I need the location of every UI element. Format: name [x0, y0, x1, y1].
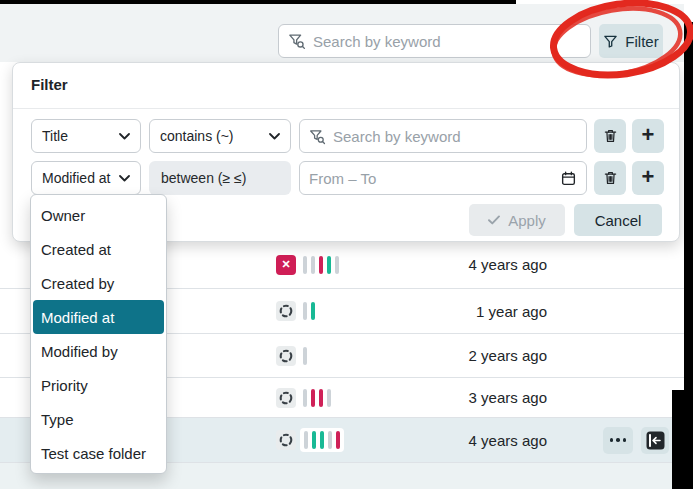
field-dropdown-menu: OwnerCreated atCreated byModified atModi…: [30, 194, 167, 474]
plus-icon: +: [642, 124, 655, 146]
result-bar-teal: [327, 256, 331, 274]
result-bar-crimson: [319, 389, 323, 407]
filter-search-icon: [309, 128, 326, 145]
result-bar-gray: [303, 256, 307, 274]
result-history-bars: [303, 389, 331, 407]
screenshot-edge-right: [672, 390, 693, 489]
add-filter-row-button[interactable]: +: [632, 161, 664, 195]
result-bar-gray: [303, 389, 307, 407]
delete-filter-row-button[interactable]: [594, 161, 626, 195]
dropdown-item-owner[interactable]: Owner: [31, 198, 166, 232]
add-filter-row-button[interactable]: +: [632, 119, 664, 153]
date-range-input-wrap[interactable]: [299, 161, 587, 195]
keyword-value-input[interactable]: [333, 128, 577, 145]
keyword-value-input-wrap[interactable]: [299, 119, 587, 153]
dropdown-item-type[interactable]: Type: [31, 402, 166, 436]
result-bar-gray: [335, 256, 339, 274]
field-select-modified-at-value: Modified at: [42, 170, 110, 186]
row-more-actions-button[interactable]: [603, 427, 633, 454]
chevron-down-icon: [269, 133, 280, 140]
filter-button-label: Filter: [625, 33, 658, 50]
filter-search-icon: [288, 32, 306, 50]
chevron-down-icon: [119, 133, 130, 140]
dropdown-item-created-at[interactable]: Created at: [31, 232, 166, 266]
cancel-button-label: Cancel: [595, 212, 642, 229]
funnel-icon: [603, 34, 618, 49]
open-detail-panel-button[interactable]: [641, 427, 669, 454]
modified-timestamp: 1 year ago: [476, 303, 547, 320]
apply-button-label: Apply: [508, 212, 546, 229]
date-range-input[interactable]: [309, 170, 553, 187]
dropdown-item-priority[interactable]: Priority: [31, 368, 166, 402]
result-bar-gray: [311, 256, 315, 274]
dropdown-item-created-by[interactable]: Created by: [31, 266, 166, 300]
filter-button[interactable]: Filter: [599, 24, 663, 58]
result-history-bars: [303, 347, 307, 365]
filter-panel-title: Filter: [31, 76, 68, 93]
status-failed-icon: ✕: [276, 255, 296, 275]
result-history-bars: [303, 256, 339, 274]
trash-icon: [603, 170, 618, 186]
check-icon: [488, 215, 500, 225]
chevron-down-icon: [119, 175, 130, 182]
field-select-modified-at[interactable]: Modified at: [31, 161, 141, 195]
apply-button[interactable]: Apply: [469, 204, 565, 236]
row-actions: [603, 427, 669, 454]
result-bar-crimson: [336, 431, 340, 449]
modified-timestamp: 2 years ago: [469, 347, 547, 364]
table-toolbar: Filter: [0, 4, 684, 62]
cancel-button[interactable]: Cancel: [574, 204, 662, 236]
plus-icon: +: [642, 166, 655, 188]
trash-icon: [603, 128, 618, 144]
result-bar-crimson: [319, 256, 323, 274]
screenshot-edge-right: [684, 22, 693, 390]
result-bar-gray: [303, 302, 307, 320]
ellipsis-icon: [610, 438, 614, 442]
result-bar-gray: [328, 431, 332, 449]
result-bar-gray: [327, 389, 331, 407]
result-bar-gray: [303, 347, 307, 365]
field-select-title[interactable]: Title: [31, 119, 141, 153]
operator-select-contains[interactable]: contains (~): [149, 119, 291, 153]
status-unexecuted-icon: [276, 388, 296, 408]
calendar-icon: [560, 170, 577, 187]
keyword-search-input[interactable]: [313, 33, 590, 50]
result-bar-teal: [312, 431, 316, 449]
open-panel-icon: [646, 431, 665, 450]
result-history-bars: [303, 302, 315, 320]
result-bar-teal: [311, 302, 315, 320]
status-unexecuted-icon: [276, 430, 296, 450]
modified-timestamp: 3 years ago: [469, 389, 547, 406]
dropdown-item-modified-at[interactable]: Modified at: [33, 300, 164, 334]
modified-timestamp: 4 years ago: [469, 432, 547, 449]
result-bar-teal: [320, 431, 324, 449]
result-bar-crimson: [311, 389, 315, 407]
modified-timestamp: 4 years ago: [469, 256, 547, 273]
operator-select-contains-value: contains (~): [160, 128, 234, 144]
field-select-title-value: Title: [42, 128, 68, 144]
operator-label-between: between (≥ ≤): [149, 161, 291, 195]
status-unexecuted-icon: [276, 301, 296, 321]
result-bar-gray: [304, 431, 308, 449]
dropdown-item-test-case-folder[interactable]: Test case folder: [31, 436, 166, 470]
screenshot-edge-top: [0, 0, 516, 4]
keyword-search-input-wrap[interactable]: [278, 24, 591, 58]
result-history-bars: [300, 428, 344, 452]
delete-filter-row-button[interactable]: [594, 119, 626, 153]
panel-divider: [13, 108, 679, 109]
dropdown-item-modified-by[interactable]: Modified by: [31, 334, 166, 368]
status-unexecuted-icon: [276, 346, 296, 366]
